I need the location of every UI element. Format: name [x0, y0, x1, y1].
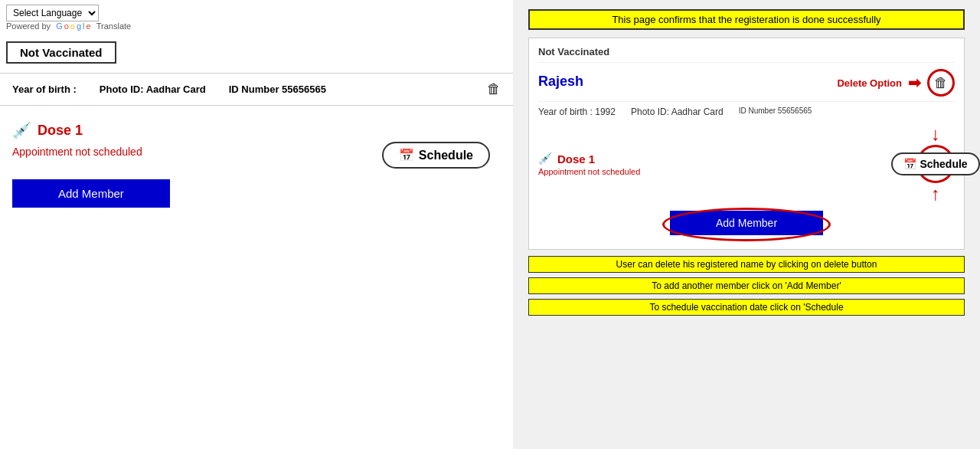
- tut-dose-label: Dose 1: [557, 152, 595, 166]
- language-select[interactable]: Select Language: [6, 5, 99, 21]
- tut-syringe-icon: 💉: [538, 152, 553, 166]
- arrow-right-icon: ➡: [908, 74, 921, 92]
- dose-title: 💉 Dose 1: [12, 121, 501, 139]
- member-info-row: Year of birth : Photo ID: Aadhar Card ID…: [0, 73, 513, 106]
- year-of-birth-label: Year of birth :: [12, 84, 77, 95]
- syringe-icon: 💉: [12, 121, 31, 139]
- tut-dose-row: 💉 Dose 1 Appointment not scheduled ↓ 📅 S…: [538, 123, 955, 205]
- dose-label: Dose 1: [38, 123, 83, 139]
- tut-schedule-button[interactable]: 📅 Schedule: [891, 152, 979, 175]
- tut-calendar-icon: 📅: [903, 158, 916, 170]
- language-bar: Select Language Powered by Google Transl…: [0, 0, 513, 35]
- tutorial-card: Not Vaccinated Rajesh Delete Option ➡ 🗑 …: [528, 38, 965, 250]
- schedule-label-left: Schedule: [419, 149, 473, 162]
- confirm-banner: This page confirms that the registeratio…: [528, 9, 965, 30]
- tut-id-number: ID Number 55656565: [739, 107, 812, 117]
- tut-schedule-circle: 📅 Schedule: [916, 145, 955, 183]
- photo-id-label: Photo ID: Aadhar Card: [100, 84, 206, 95]
- tut-dose-left: 💉 Dose 1 Appointment not scheduled: [538, 152, 640, 176]
- right-panel: This page confirms that the registeratio…: [513, 0, 980, 449]
- tut-info-row: Year of birth : 1992 Photo ID: Aadhar Ca…: [538, 101, 955, 117]
- tut-right-area: ↓ 📅 Schedule ↑: [916, 123, 955, 205]
- tut-year-label: Year of birth : 1992: [538, 107, 616, 117]
- tut-user-name: Rajesh: [538, 74, 583, 90]
- id-number-label: ID Number 55656565: [229, 84, 326, 95]
- tut-dose-title: 💉 Dose 1: [538, 152, 640, 166]
- delete-icon[interactable]: 🗑: [487, 81, 501, 97]
- add-member-button[interactable]: Add Member: [12, 179, 170, 208]
- tut-appt-status: Appointment not scheduled: [538, 167, 640, 176]
- tut-trash-circle: 🗑: [927, 69, 955, 97]
- calendar-icon-left: 📅: [399, 148, 414, 162]
- arrow-up-1: ↑: [931, 183, 940, 205]
- schedule-button-left[interactable]: 📅 Schedule: [382, 142, 490, 169]
- arrow-down-1: ↓: [931, 123, 940, 145]
- left-panel: Select Language Powered by Google Transl…: [0, 0, 513, 449]
- info-banner-2: To add another member click on 'Add Memb…: [528, 277, 965, 294]
- tut-not-vaccinated: Not Vaccinated: [538, 46, 955, 63]
- info-banner-3: To schedule vaccination date click on 'S…: [528, 299, 965, 316]
- tut-delete-row: Rajesh Delete Option ➡ 🗑: [538, 69, 955, 97]
- tut-delete-label: Delete Option: [837, 77, 902, 89]
- tut-schedule-label: Schedule: [920, 158, 967, 170]
- powered-by: Powered by Google Translate: [6, 21, 131, 31]
- tut-trash-icon: 🗑: [934, 75, 948, 91]
- not-vaccinated-badge: Not Vaccinated: [6, 41, 116, 64]
- info-banner-1: User can delete his registered name by c…: [528, 256, 965, 273]
- tut-add-member-button[interactable]: Add Member: [670, 211, 823, 235]
- tut-photo-id: Photo ID: Aadhar Card: [631, 107, 724, 117]
